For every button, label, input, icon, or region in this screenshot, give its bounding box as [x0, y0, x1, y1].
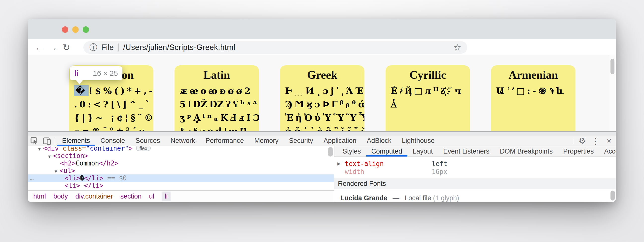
styles-sidebar: Styles Computed Layout Event Listeners D…: [334, 146, 616, 202]
card-title: Greek: [280, 68, 364, 82]
tab-memory[interactable]: Memory: [249, 136, 284, 146]
font-glyph-count: (1 glyph): [433, 194, 459, 202]
tab-network[interactable]: Network: [165, 136, 200, 146]
page-scrollbar-thumb[interactable]: [610, 59, 614, 74]
breadcrumb-html[interactable]: html: [33, 192, 46, 200]
console-reference: == $0: [104, 174, 127, 182]
page-scrollbar[interactable]: [609, 55, 616, 131]
tree-row-div-container[interactable]: ▼<div class="container">flex: [28, 146, 334, 152]
font-family-name: Lucida Grande: [340, 194, 387, 202]
card-latin: Latin ᴁᴂᴏᴔᴆøø2 5ǀǄǱʔʕʰˠᴬᴬᵢɮ ʒᵖḀⁱⁿₐKℲⅎIƆƇ…: [174, 65, 259, 131]
toolbar-separator: [574, 137, 574, 144]
tab-dom-breakpoints[interactable]: DOM Breakpoints: [494, 146, 558, 156]
forward-button[interactable]: →: [46, 42, 60, 53]
glyph-text: !$%()*+,-: [89, 86, 154, 96]
glyph-row: Աՙ՚□:֊֍֏և: [496, 84, 570, 97]
breadcrumb-ul[interactable]: ul: [149, 192, 154, 200]
glyph-row: ʒᵖḀⁱⁿₐKℲⅎIƆƇ: [180, 111, 254, 124]
tree-row-section[interactable]: ▼<section>: [28, 152, 334, 159]
tooltip-dimensions: 16 × 25: [93, 69, 118, 78]
tree-scrollbar-thumb[interactable]: [328, 147, 333, 156]
tree-row-h2[interactable]: <h2>Common</h2>: [28, 159, 334, 167]
card-glyphs: Աՙ՚□:֊֍֏և: [491, 82, 576, 97]
tab-elements[interactable]: Elements: [57, 136, 95, 146]
devtools-toolbar: Elements Console Sources Network Perform…: [28, 136, 616, 146]
breadcrumb: html body div.container section ul li: [28, 190, 334, 202]
tree-row-li-selected[interactable]: …<li>�</li> == $0: [28, 174, 334, 182]
glyph-row: Ꙙ҆: [390, 97, 465, 111]
tab-computed[interactable]: Computed: [366, 146, 408, 156]
titlebar: [28, 19, 616, 39]
glyph-row: �!$%()*+,-: [74, 84, 148, 97]
inspected-element-highlight[interactable]: �: [74, 85, 89, 96]
card-glyphs: Ͱ﹍Ͷͺɔϳʹ͵ΆΈΌ ϠϺϗ϶ÞΓᵝᵦᶿά ἘἠὈὐὙὛὝὟ ᾁᾶ᾽῾ῂῆ῍ῐ…: [280, 82, 364, 131]
tree-row-li[interactable]: <li>!</li>: [28, 189, 334, 190]
tab-security[interactable]: Security: [284, 136, 318, 146]
card-glyphs: ᴁᴂᴏᴔᴆøø2 5ǀǄǱʔʕʰˠᴬᴬᵢɮ ʒᵖḀⁱⁿₐKℲⅎIƆƇ Łⱼ§ʓƍ…: [174, 82, 259, 131]
tree-row-li[interactable]: <li> </li>: [28, 182, 334, 189]
page-devtools-divider: [28, 131, 616, 136]
browser-window: ← → ↻ ⓘ File /Users/julien/Scripts-Greek…: [28, 19, 616, 202]
back-button[interactable]: ←: [33, 42, 46, 53]
toolbar-separator: [55, 137, 55, 144]
url-text[interactable]: /Users/julien/Scripts-Greek.html: [123, 43, 235, 52]
close-devtools-icon[interactable]: ×: [602, 136, 616, 146]
page-info-icon[interactable]: ⓘ: [90, 42, 97, 53]
elements-pane: ▼<div class="container">flex ▼<section> …: [28, 146, 334, 202]
card-glyphs: Ѐ҂Ҋ□лᵸӠ҈҉˘ч Ꙙ҆: [386, 82, 470, 111]
reload-button[interactable]: ↻: [60, 42, 73, 53]
tooltip-tag-name: li: [74, 69, 78, 78]
tab-adblock[interactable]: AdBlock: [362, 136, 396, 146]
glyph-row: ᴁᴂᴏᴔᴆøø2: [180, 84, 254, 97]
rendered-fonts-header: Rendered Fonts: [334, 178, 616, 189]
settings-gear-icon[interactable]: ⚙: [576, 136, 589, 146]
glyph-row: ᾁᾶ᾽῾ῂῆ῍ῐῖ῎ῠ῭ῲ: [285, 124, 360, 131]
tab-sources[interactable]: Sources: [130, 136, 165, 146]
zoom-window-button[interactable]: [83, 26, 89, 33]
computed-styles-list: ▶ text-align left width 16px: [334, 157, 616, 176]
tab-application[interactable]: Application: [318, 136, 362, 146]
card-title: Cyrillic: [386, 68, 470, 82]
tree-row-ul[interactable]: ▼<ul>: [28, 167, 334, 174]
devtools-panel: Elements Console Sources Network Perform…: [28, 136, 616, 202]
glyph-row: 5ǀǄǱʔʕʰˠᴬᴬᵢɮ: [180, 97, 254, 111]
close-window-button[interactable]: [62, 26, 68, 33]
bookmark-star-icon[interactable]: ☆: [453, 42, 461, 53]
address-bar[interactable]: ⓘ File /Users/julien/Scripts-Greek.html …: [84, 41, 467, 54]
glyph-row: Ѐ҂Ҋ□лᵸӠ҈҉˘ч: [390, 84, 465, 97]
tab-event-listeners[interactable]: Event Listeners: [438, 146, 494, 156]
tooltip-pointer: [76, 80, 83, 85]
computed-property-width[interactable]: width 16px: [334, 168, 616, 176]
breadcrumb-body[interactable]: body: [54, 192, 68, 200]
hover-ellipsis-icon[interactable]: …: [30, 174, 34, 182]
card-greek: Greek Ͱ﹍Ͷͺɔϳʹ͵ΆΈΌ ϠϺϗ϶ÞΓᵝᵦᶿά ἘἠὈὐὙὛὝὟ ᾁᾶ…: [280, 65, 364, 131]
tab-styles[interactable]: Styles: [338, 146, 366, 156]
glyph-row: ϠϺϗ϶ÞΓᵝᵦᶿά: [285, 97, 360, 111]
more-options-icon[interactable]: ⋮: [589, 136, 602, 146]
tab-performance[interactable]: Performance: [200, 136, 249, 146]
device-toolbar-icon[interactable]: [41, 136, 54, 146]
url-scheme-label: File: [101, 43, 114, 52]
glyph-row: ἘἠὈὐὙὛὝὟ: [285, 111, 360, 124]
sidebar-tabs: Styles Computed Layout Event Listeners D…: [334, 146, 616, 157]
tab-console[interactable]: Console: [95, 136, 130, 146]
minimize-window-button[interactable]: [72, 26, 79, 33]
expand-arrow-icon[interactable]: ▶: [338, 160, 340, 168]
tab-lighthouse[interactable]: Lighthouse: [397, 136, 440, 146]
breadcrumb-li[interactable]: li: [162, 191, 170, 201]
tab-properties[interactable]: Properties: [558, 146, 599, 156]
card-armenian: Armenian Աՙ՚□:֊֍֏և: [491, 65, 576, 131]
breadcrumb-div-container[interactable]: div.container: [76, 192, 113, 200]
sidebar-scrollbar-thumb[interactable]: [610, 190, 615, 200]
flex-badge[interactable]: flex: [136, 146, 151, 151]
page-viewport: Common �!$%()*+,- .0:<?[\]^_` {|}~ ¡¢¦§¨…: [28, 55, 616, 131]
computed-property-text-align[interactable]: ▶ text-align left: [334, 160, 616, 168]
tab-accessibility[interactable]: Accessibility: [599, 146, 616, 156]
inspect-element-icon[interactable]: [28, 136, 41, 146]
dom-tree: ▼<div class="container">flex ▼<section> …: [28, 146, 334, 190]
glyph-row: «¬®¯°±²´µ: [74, 124, 148, 131]
glyph-row: Ͱ﹍Ͷͺɔϳʹ͵ΆΈΌ: [285, 84, 360, 97]
breadcrumb-section[interactable]: section: [120, 192, 142, 200]
glyph-row: Łⱼ§ʓƍdǀ⅏Ŋ: [180, 124, 254, 131]
tab-layout[interactable]: Layout: [408, 146, 438, 156]
